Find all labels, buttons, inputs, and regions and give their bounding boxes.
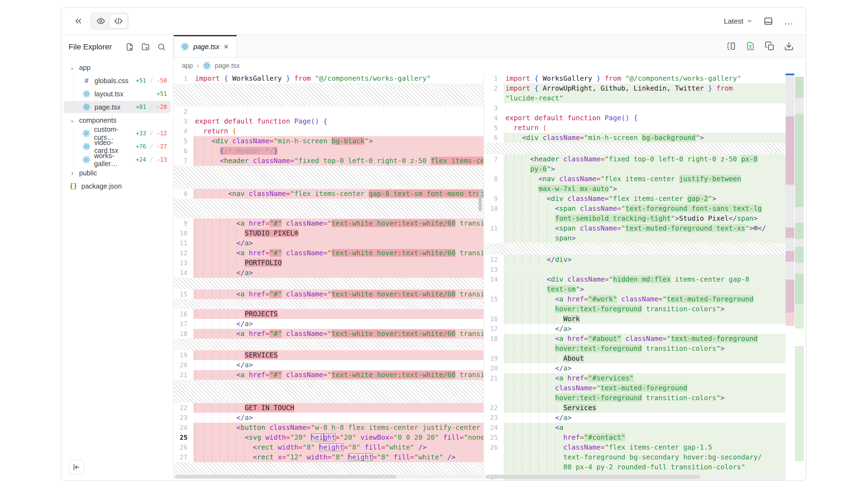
code-line[interactable]: 24 <a <box>484 423 785 432</box>
code-line[interactable]: 14 </a> <box>174 268 484 278</box>
code-line[interactable]: 5 <div className="min-h-screen bg-black"… <box>174 136 484 146</box>
chevrons-left-icon[interactable] <box>73 17 83 26</box>
code-line[interactable]: 12 </div> <box>484 255 785 265</box>
tab-page-tsx[interactable]: page.tsx × <box>174 35 237 57</box>
collapsed-lines-band[interactable] <box>174 278 484 289</box>
code-line[interactable]: py-6"> <box>484 164 785 174</box>
code-line[interactable]: 6 <div className="min-h-screen bg-backgr… <box>484 133 785 143</box>
code-line[interactable]: 15 <a href="#" className="text-white hov… <box>174 289 484 299</box>
code-line[interactable]: 25 href="#contact" <box>484 432 785 443</box>
sidebar-file-works-galler-[interactable]: works-galler…+24 / -13 <box>62 153 173 166</box>
code-line[interactable]: 16 PROJECTS <box>174 309 484 319</box>
code-line[interactable]: 24 <button className="w-8 h-8 flex items… <box>174 423 484 432</box>
sidebar-file-globals.css[interactable]: #globals.css+51 / -50 <box>62 74 173 87</box>
code-line[interactable]: 26 <rect width="8" height="8" fill="whit… <box>174 443 484 452</box>
code-line[interactable]: 8 <nav className="flex items-center just… <box>484 174 785 184</box>
code-line[interactable]: 80 px-4 py-2 rounded-full transition-col… <box>484 462 785 472</box>
code-line[interactable]: 6 {/* Header */} <box>174 146 484 156</box>
horizontal-scrollbar[interactable] <box>175 475 482 479</box>
code-line[interactable]: span> <box>484 233 785 243</box>
code-line[interactable]: 22 Services <box>484 403 785 413</box>
code-line[interactable]: 10 STUDIO PIXEL® <box>174 228 484 238</box>
download-icon[interactable] <box>784 41 794 51</box>
panel-bottom-icon[interactable] <box>764 17 773 26</box>
new-file-icon[interactable] <box>125 42 134 51</box>
code-line[interactable]: 2import { ArrowUpRight, Github, Linkedin… <box>484 84 785 93</box>
close-tab-icon[interactable]: × <box>224 42 229 51</box>
code-line[interactable]: 9 <div className="flex items-center gap-… <box>484 194 785 204</box>
code-line[interactable]: 23 </a> <box>174 413 484 423</box>
code-line[interactable]: text-foreground bg-secondary hover:bg-se… <box>484 452 785 462</box>
code-line[interactable]: 23 </a> <box>484 413 785 423</box>
code-line[interactable]: font-semibold tracking-tight">Studio Pix… <box>484 214 785 223</box>
code-line[interactable]: 19 SERVICES <box>174 350 484 360</box>
code-line[interactable]: 21 <a href="#services" <box>484 373 785 383</box>
code-toggle-button[interactable] <box>110 14 127 28</box>
sidebar-folder-public[interactable]: ›public <box>62 166 173 180</box>
code-line[interactable]: 9 <a href="#" className="text-white hove… <box>174 219 484 228</box>
diff-file-icon[interactable] <box>745 41 755 51</box>
collapsed-lines-band[interactable] <box>174 199 484 219</box>
sidebar-file-custom-curs-[interactable]: custom-curs…+33 / -12 <box>62 127 173 140</box>
code-line[interactable]: 4 return ( <box>174 126 484 136</box>
collapsed-lines-band[interactable] <box>174 380 484 403</box>
code-line[interactable]: hover:text-foreground transition-colors"… <box>484 344 785 354</box>
code-line[interactable]: 8 <nav className="flex items-center gap-… <box>174 189 484 199</box>
code-line[interactable]: 27 <rect x="12" width="8" height="8" fil… <box>174 452 484 462</box>
new-folder-icon[interactable] <box>141 42 150 51</box>
code-line[interactable]: 17 </a> <box>174 319 484 329</box>
code-line[interactable]: text-sm"> <box>484 284 785 294</box>
code-line[interactable]: 18 <a href="#" className="text-white hov… <box>174 329 484 339</box>
more-options-icon[interactable]: … <box>784 16 794 27</box>
code-line[interactable]: 15 <a href="#work" className="text-muted… <box>484 294 785 304</box>
code-line[interactable]: 20 </a> <box>484 363 785 373</box>
collapsed-lines-band[interactable] <box>174 299 484 309</box>
code-line[interactable]: hover:text-foreground transition-colors"… <box>484 304 785 314</box>
code-line[interactable]: 11 <span className="text-muted-foregroun… <box>484 223 785 233</box>
code-line[interactable]: 10 <span className="text-foreground font… <box>484 204 785 214</box>
code-line[interactable]: 4export default function Page() { <box>484 113 785 123</box>
collapsed-lines-band[interactable] <box>174 166 484 189</box>
code-line[interactable]: max-w-7xl mx-auto"> <box>484 184 785 194</box>
code-line[interactable]: 7 <header className="fixed top-0 left-0 … <box>484 154 785 164</box>
copy-icon[interactable] <box>765 41 775 51</box>
code-line[interactable]: 1import { WorksGallery } from "@/compone… <box>174 73 484 84</box>
code-line[interactable]: 17 </a> <box>484 324 785 334</box>
collapsed-lines-band[interactable] <box>174 84 484 106</box>
preview-toggle-button[interactable] <box>92 14 110 28</box>
code-line[interactable]: 7 <header className="fixed top-0 left-0 … <box>174 156 484 166</box>
code-line[interactable]: 16 Work <box>484 314 785 324</box>
collapsed-lines-band[interactable] <box>484 243 785 255</box>
sidebar-file-page.tsx[interactable]: page.tsx+81 / -28 <box>62 100 173 113</box>
sidebar-folder-components[interactable]: ⌄components <box>62 113 173 127</box>
code-line[interactable]: 5 return ( <box>484 123 785 133</box>
code-line[interactable]: 19 About <box>484 354 785 363</box>
code-line[interactable]: 25 <svg width="20" height="20" viewBox="… <box>174 432 484 443</box>
vertical-scrollbar-thumb[interactable] <box>478 189 482 212</box>
code-line[interactable]: 3export default function Page() { <box>174 117 484 126</box>
search-icon[interactable] <box>157 42 166 51</box>
code-line[interactable]: hover:text-foreground transition-colors"… <box>484 393 785 403</box>
diff-minimap[interactable] <box>785 73 806 480</box>
sidebar-folder-app[interactable]: ⌄app <box>62 61 173 74</box>
code-line[interactable]: 12 <a href="#" className="text-white hov… <box>174 248 484 258</box>
code-line[interactable]: 1import { WorksGallery } from "@/compone… <box>484 73 785 84</box>
code-line[interactable]: 18 <a href="#about" className="text-mute… <box>484 334 785 344</box>
code-line[interactable]: 21 <a href="#" className="text-white hov… <box>174 370 484 380</box>
split-view-icon[interactable] <box>726 41 736 51</box>
sidebar-file-package.json[interactable]: {}package.json <box>62 180 173 193</box>
code-line[interactable]: 13 PORTFOLIO <box>174 258 484 268</box>
code-line[interactable]: 11 </a> <box>174 238 484 248</box>
code-line[interactable]: "lucide-react" <box>484 93 785 103</box>
version-dropdown[interactable]: Latest <box>724 17 753 26</box>
code-line[interactable]: 3 <box>484 103 785 113</box>
sidebar-file-layout.tsx[interactable]: layout.tsx+51 <box>62 87 173 100</box>
collapse-sidebar-button[interactable] <box>69 459 84 475</box>
code-line[interactable]: 14 <div className="hidden md:flex items-… <box>484 274 785 284</box>
collapsed-lines-band[interactable] <box>174 339 484 350</box>
code-line[interactable]: className="text-muted-foreground <box>484 383 785 393</box>
breadcrumb-file[interactable]: page.tsx <box>215 62 240 69</box>
code-line[interactable]: 26 className="flex items-center gap-1.5 <box>484 443 785 452</box>
breadcrumb-app[interactable]: app <box>182 62 193 69</box>
sidebar-file-video-card.tsx[interactable]: video-card.tsx+76 / -27 <box>62 140 173 153</box>
